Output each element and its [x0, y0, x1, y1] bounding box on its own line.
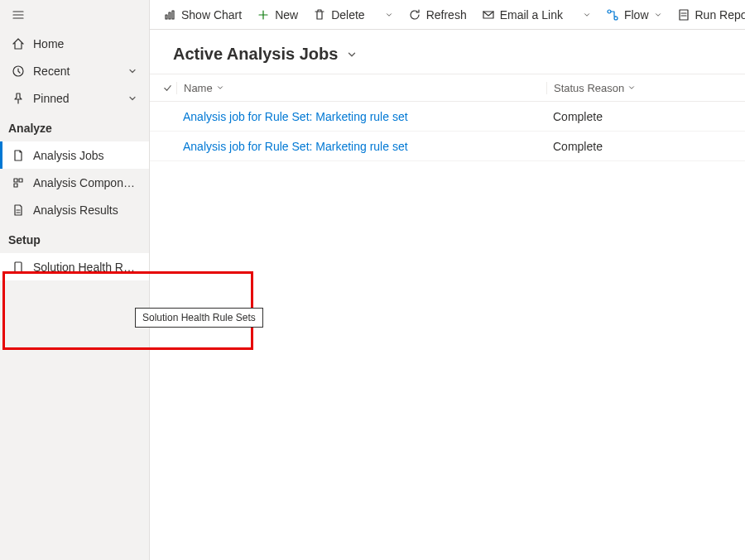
nav-analysis-components[interactable]: Analysis Components — [0, 169, 149, 196]
chevron-down-icon — [346, 49, 358, 60]
chevron-down-icon — [127, 93, 137, 103]
nav-solution-health-rule-sets[interactable]: Solution Health Rule ... — [0, 253, 149, 280]
section-setup: Setup — [0, 223, 149, 253]
cmd-refresh[interactable]: Refresh — [401, 0, 473, 29]
chevron-down-icon — [385, 11, 393, 19]
nav-analysis-jobs[interactable]: Analysis Jobs — [0, 141, 149, 169]
col-name-label: Name — [184, 82, 213, 94]
cmd-show-chart[interactable]: Show Chart — [156, 0, 248, 29]
cmd-delete[interactable]: Delete — [306, 0, 371, 29]
svg-rect-8 — [166, 15, 167, 19]
chevron-down-icon — [127, 66, 137, 76]
refresh-icon — [408, 8, 421, 22]
results-icon — [12, 203, 25, 217]
view-selector[interactable]: Active Analysis Jobs — [150, 30, 745, 74]
nav-solution-health-label: Solution Health Rule ... — [33, 261, 137, 274]
nav-analysis-jobs-label: Analysis Jobs — [33, 149, 137, 162]
flow-icon — [606, 8, 619, 22]
svg-rect-16 — [680, 10, 688, 20]
nav-analysis-results-label: Analysis Results — [33, 203, 137, 217]
nav-home-label: Home — [33, 37, 137, 50]
trash-icon — [313, 8, 326, 22]
record-link[interactable]: Analysis job for Rule Set: Marketing rul… — [183, 110, 408, 123]
nav-recent-label: Recent — [33, 65, 119, 78]
command-bar: Show Chart New Delete Refresh Email a Li… — [150, 0, 745, 30]
svg-rect-7 — [15, 262, 22, 272]
chart-icon — [163, 8, 176, 22]
svg-rect-5 — [19, 179, 22, 182]
cmd-new[interactable]: New — [250, 0, 305, 29]
nav-pinned-label: Pinned — [33, 92, 119, 105]
plus-icon — [257, 8, 270, 22]
svg-rect-10 — [172, 11, 174, 19]
page-title-text: Active Analysis Jobs — [173, 45, 338, 64]
hamburger-button[interactable] — [0, 0, 149, 30]
sidebar: Home Recent Pinned Analyze Analysis Jobs… — [0, 0, 150, 560]
email-icon — [482, 8, 495, 22]
cell-name: Analysis job for Rule Set: Marketing rul… — [176, 140, 546, 153]
cmd-run-report-label: Run Report — [695, 8, 746, 22]
grid-header: Name Status Reason — [150, 74, 745, 102]
section-analyze: Analyze — [0, 112, 149, 141]
nav-analysis-results[interactable]: Analysis Results — [0, 196, 149, 223]
chevron-down-icon — [627, 84, 636, 92]
cmd-new-label: New — [275, 8, 298, 22]
col-name-header[interactable]: Name — [176, 82, 546, 94]
chevron-down-icon — [216, 84, 224, 92]
svg-rect-9 — [169, 12, 171, 19]
chevron-down-icon — [583, 11, 591, 19]
pin-icon — [12, 92, 25, 105]
grid-row[interactable]: Analysis job for Rule Set: Marketing rul… — [150, 102, 745, 132]
nav-analysis-components-label: Analysis Components — [33, 176, 137, 189]
cmd-show-chart-label: Show Chart — [181, 8, 242, 22]
home-icon — [12, 37, 25, 50]
cmd-refresh-label: Refresh — [426, 8, 467, 22]
cmd-delete-split[interactable] — [378, 0, 400, 29]
cell-status: Complete — [546, 110, 745, 123]
grid-row[interactable]: Analysis job for Rule Set: Marketing rul… — [150, 132, 745, 161]
nav-home[interactable]: Home — [0, 30, 149, 57]
report-icon — [677, 8, 690, 22]
cmd-flow[interactable]: Flow — [599, 0, 669, 29]
cmd-delete-label: Delete — [331, 8, 364, 22]
cmd-email-split[interactable] — [576, 0, 598, 29]
cell-name: Analysis job for Rule Set: Marketing rul… — [176, 110, 546, 123]
cmd-email-link-label: Email a Link — [500, 8, 563, 22]
nav-pinned[interactable]: Pinned — [0, 84, 149, 112]
app-root: Home Recent Pinned Analyze Analysis Jobs… — [0, 0, 745, 560]
nav-recent[interactable]: Recent — [0, 57, 149, 84]
data-grid: Name Status Reason Analysis job for Rule… — [150, 74, 745, 161]
record-link[interactable]: Analysis job for Rule Set: Marketing rul… — [183, 140, 408, 153]
col-status-label: Status Reason — [554, 82, 624, 94]
svg-rect-6 — [14, 184, 17, 187]
svg-rect-4 — [14, 179, 17, 182]
cmd-run-report[interactable]: Run Report — [670, 0, 746, 29]
components-icon — [12, 176, 25, 189]
main: Show Chart New Delete Refresh Email a Li… — [150, 0, 745, 560]
clock-icon — [12, 65, 25, 78]
cell-status: Complete — [546, 140, 745, 153]
check-icon — [162, 83, 173, 93]
cmd-email-link[interactable]: Email a Link — [475, 0, 570, 29]
chevron-down-icon — [654, 11, 662, 19]
document-icon — [12, 149, 25, 162]
hamburger-icon — [12, 8, 25, 22]
cmd-flow-label: Flow — [624, 8, 649, 22]
col-status-header[interactable]: Status Reason — [546, 82, 745, 94]
col-check-header[interactable] — [158, 83, 176, 93]
ruleset-icon — [12, 261, 25, 274]
